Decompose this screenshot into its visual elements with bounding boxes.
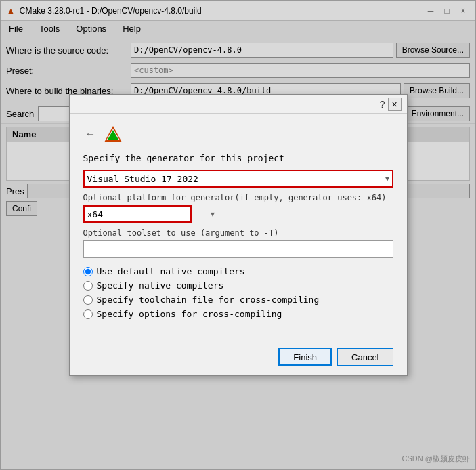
dialog-overlay: ? × ← Specify the generator for [1,1,475,469]
radio-cross-compile-options-input[interactable] [83,309,93,319]
toolset-label: Optional toolset to use (argument to -T) [83,228,393,238]
radio-default-compilers[interactable]: Use default native compilers [83,266,393,276]
radio-default-compilers-input[interactable] [83,267,93,276]
dialog-instruction: Specify the generator for this project [83,153,393,163]
dialog-close-button[interactable]: × [388,98,402,111]
radio-default-compilers-label: Use default native compilers [97,266,245,276]
generator-select[interactable]: Visual Studio 17 2022 Visual Studio 16 2… [83,170,393,188]
radio-native-compilers-label: Specify native compilers [97,280,224,291]
radio-toolchain-file-label: Specify toolchain file for cross-compili… [97,295,320,305]
cmake-logo-icon [104,125,123,144]
radio-toolchain-file-input[interactable] [83,295,93,305]
help-icon: ? [380,99,385,110]
compiler-radio-group: Use default native compilers Specify nat… [83,266,393,319]
main-window: ▲ CMake 3.28.0-rc1 - D:/OpenCV/opencv-4.… [0,0,476,470]
generator-dialog: ? × ← Specify the generator for [69,94,408,376]
toolset-input[interactable] [83,240,393,258]
platform-select-wrapper: x64 x86 ARM ARM64 [83,205,219,223]
radio-toolchain-file[interactable]: Specify toolchain file for cross-compili… [83,295,393,305]
radio-cross-compile-options[interactable]: Specify options for cross-compiling [83,309,393,319]
platform-label: Optional platform for generator(if empty… [83,193,393,202]
dialog-titlebar: ? × [70,95,407,114]
cancel-button[interactable]: Cancel [337,348,393,366]
generator-select-wrapper: Visual Studio 17 2022 Visual Studio 16 2… [83,170,393,188]
finish-button[interactable]: Finish [278,348,332,366]
dialog-titlebar-icons: ? × [380,98,402,111]
platform-select[interactable]: x64 x86 ARM ARM64 [83,205,192,223]
radio-native-compilers[interactable]: Specify native compilers [83,280,393,291]
radio-native-compilers-input[interactable] [83,281,93,291]
dialog-footer: Finish Cancel [70,341,407,375]
dialog-body: ← Specify the generator for this project… [70,114,407,341]
back-button[interactable]: ← [83,127,98,142]
radio-cross-compile-options-label: Specify options for cross-compiling [97,309,282,319]
dialog-nav-row: ← [83,125,393,144]
